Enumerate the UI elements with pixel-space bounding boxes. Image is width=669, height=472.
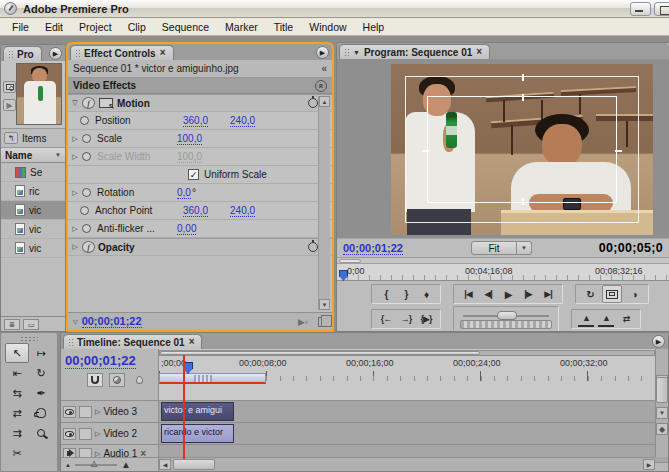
expander-icon[interactable]: ▷ <box>68 189 82 197</box>
viewing-area-bar[interactable] <box>159 350 655 356</box>
keyframe-toggle-icon[interactable] <box>80 116 89 125</box>
track-output-toggle[interactable] <box>63 428 76 440</box>
zoom-slider-thumb[interactable]: △ <box>91 459 97 468</box>
prev-marker-button[interactable]: {← <box>378 311 394 327</box>
list-view-button[interactable]: ≣ <box>4 319 20 330</box>
menu-sequence[interactable]: Sequence <box>154 19 217 35</box>
snap-toggle[interactable] <box>87 373 103 387</box>
tool-rate-stretch[interactable]: ⇆ <box>5 383 29 403</box>
clip-victor-e-amiguinho[interactable]: victor e amigui <box>161 402 234 421</box>
tool-pen[interactable]: ✒ <box>29 383 53 403</box>
play-button[interactable]: ▶ <box>500 286 516 302</box>
effect-timecode[interactable]: 00;00;01;22 <box>82 315 142 328</box>
stopwatch-icon[interactable] <box>308 242 318 252</box>
tool-slide[interactable]: ⇉ <box>5 423 29 443</box>
anchor-y-value[interactable]: 240,0 <box>230 205 255 217</box>
panel-grip[interactable] <box>8 50 13 59</box>
scroll-up-icon[interactable]: ▲ <box>319 96 330 107</box>
zoom-slider[interactable]: △ <box>75 464 117 466</box>
uniform-scale-checkbox[interactable]: ✓ <box>188 169 199 180</box>
loop-button[interactable]: ↻ <box>582 286 598 302</box>
tab-timeline[interactable]: Timeline: Sequence 01 × <box>63 334 202 349</box>
tool-zoom[interactable] <box>29 423 53 443</box>
scroll-right-icon[interactable]: ▶ <box>643 459 655 470</box>
project-item[interactable]: ric <box>1 182 65 201</box>
tool-ripple-edit[interactable]: ⇤ <box>5 363 29 383</box>
menu-help[interactable]: Help <box>355 19 393 35</box>
tool-razor[interactable]: ✂ <box>5 443 29 463</box>
project-item[interactable]: vic <box>1 220 65 239</box>
zoom-out-icon[interactable]: ▲ <box>65 462 71 468</box>
panel-menu-button[interactable]: ▶ <box>652 335 665 348</box>
scale-value[interactable]: 100,0 <box>177 133 202 145</box>
menu-window[interactable]: Window <box>301 19 354 35</box>
preview-play-button[interactable]: ▶ <box>3 99 16 111</box>
project-item-selected[interactable]: vic <box>1 201 65 220</box>
keyframe-toggle-icon[interactable] <box>82 134 91 143</box>
track-output-toggle[interactable] <box>63 406 76 418</box>
step-forward-button[interactable]: |▶ <box>520 286 536 302</box>
panel-menu-button[interactable]: ▶ <box>316 46 329 59</box>
close-icon[interactable]: × <box>189 338 195 346</box>
play-in-out-button[interactable]: {▶} <box>418 311 434 327</box>
track-expander-icon[interactable]: ▷ <box>95 408 100 416</box>
safe-margins-button[interactable] <box>602 285 622 303</box>
keyframe-toggle-icon[interactable] <box>82 188 91 197</box>
project-item-sequence[interactable]: Se <box>1 163 65 182</box>
expander-icon[interactable]: ▷ <box>68 243 82 251</box>
panel-grip[interactable] <box>344 48 349 57</box>
anchor-x-value[interactable]: 360,0 <box>183 205 208 217</box>
keyframe-toggle-icon[interactable] <box>82 224 91 233</box>
anti-flicker-value[interactable]: 0,00 <box>177 223 196 235</box>
scroll-left-icon[interactable]: ◀ <box>159 459 171 470</box>
track-lock-toggle[interactable] <box>79 406 92 418</box>
menu-clip[interactable]: Clip <box>120 19 154 35</box>
scrollbar-thumb[interactable] <box>656 377 668 403</box>
close-icon[interactable]: × <box>476 48 482 56</box>
program-timecode[interactable]: 00;00;01;22 <box>343 242 403 255</box>
jog-wheel[interactable] <box>460 320 552 329</box>
lift-button[interactable]: ▲ <box>578 311 594 327</box>
tab-arrow-icon[interactable]: ▼ <box>353 49 360 56</box>
tool-hand[interactable] <box>29 403 53 423</box>
parent-folder-icon[interactable]: ↰ <box>4 132 18 144</box>
tool-selection[interactable]: ↖ <box>5 343 29 363</box>
track-lane[interactable]: ricardo e victor <box>159 423 668 444</box>
template-icon[interactable] <box>318 317 327 327</box>
track-lane[interactable]: victor e amigui <box>159 401 668 422</box>
project-item[interactable]: vic <box>1 239 65 258</box>
tool-slip[interactable]: ⇄ <box>5 403 29 423</box>
zoom-level-arrow-icon[interactable]: ▼ <box>517 241 532 255</box>
rotation-value[interactable]: 0,0 <box>177 187 191 199</box>
panel-grip[interactable] <box>20 336 38 341</box>
timecode-expander-icon[interactable]: ▽ <box>73 318 78 325</box>
marker-button[interactable]: ♦ <box>418 286 434 302</box>
output-button[interactable]: ◑ <box>626 286 642 302</box>
effects-scrollbar[interactable]: ▲ ▼ <box>318 96 330 310</box>
horizontal-scrollbar[interactable]: ◀ ▶ <box>159 458 655 471</box>
goto-out-button[interactable]: ▶| <box>540 286 556 302</box>
tab-project[interactable]: Pro <box>3 46 42 61</box>
tab-program[interactable]: ▼ Program: Sequence 01 × <box>339 44 490 59</box>
panel-grip[interactable] <box>68 338 73 347</box>
program-preview[interactable] <box>391 64 653 235</box>
tool-rolling-edit[interactable]: ↻ <box>29 363 53 383</box>
stopwatch-icon[interactable] <box>308 98 318 108</box>
unnumbered-marker-button[interactable] <box>131 373 147 387</box>
goto-in-button[interactable]: |◀ <box>460 286 476 302</box>
menu-project[interactable]: Project <box>71 19 120 35</box>
collapse-section-icon[interactable]: « <box>315 80 327 92</box>
work-area-bar[interactable] <box>159 373 266 384</box>
splitter-icon[interactable]: ◆ <box>656 423 668 435</box>
chapter-marker-button[interactable] <box>109 373 125 387</box>
minimize-button[interactable] <box>630 2 651 16</box>
tab-effect-controls[interactable]: Effect Controls × <box>70 45 174 60</box>
shuttle-slider[interactable] <box>463 309 549 319</box>
extract-button[interactable]: ▲ <box>598 311 614 327</box>
vertical-scrollbar[interactable]: ▲ ▼ ◆ <box>655 349 668 457</box>
close-icon[interactable]: × <box>160 49 166 57</box>
timeline-ruler[interactable]: ;00;00 00;00;08;00 00;00;16;00 00;00;24;… <box>159 349 655 400</box>
maximize-button[interactable] <box>654 2 669 16</box>
position-x-value[interactable]: 360,0 <box>183 115 208 127</box>
keyframe-toggle-icon[interactable] <box>80 206 89 215</box>
